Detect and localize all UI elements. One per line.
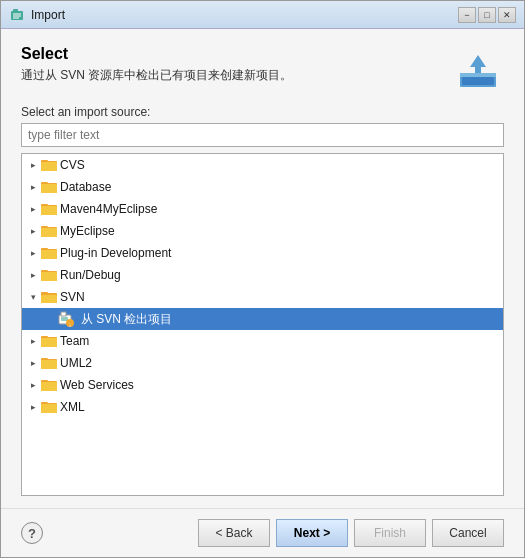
folder-icon	[41, 268, 57, 282]
folder-icon	[41, 400, 57, 414]
dialog-footer: ? < Back Next > Finish Cancel	[1, 508, 524, 557]
svg-rect-8	[460, 73, 496, 77]
item-label-svn: SVN	[60, 290, 85, 304]
footer-buttons: < Back Next > Finish Cancel	[198, 519, 504, 547]
filter-input[interactable]	[21, 123, 504, 147]
svn-checkout-icon: ↓	[58, 311, 74, 327]
title-bar-left: Import	[9, 7, 65, 23]
svg-rect-26	[41, 272, 57, 281]
maximize-button[interactable]: □	[478, 7, 496, 23]
svg-rect-31	[61, 312, 66, 316]
tree-item-cvs[interactable]: CVS	[22, 154, 503, 176]
svg-rect-1	[13, 9, 18, 12]
svg-rect-38	[41, 338, 57, 347]
tree-item-database[interactable]: Database	[22, 176, 503, 198]
item-label-plugin: Plug-in Development	[60, 246, 171, 260]
triangle-icon	[28, 182, 38, 192]
item-label-myeclipse: MyEclipse	[60, 224, 115, 238]
triangle-icon	[28, 336, 38, 346]
folder-icon	[41, 246, 57, 260]
tree-item-myeclipse[interactable]: MyEclipse	[22, 220, 503, 242]
item-label-team: Team	[60, 334, 89, 348]
cancel-button[interactable]: Cancel	[432, 519, 504, 547]
tree-item-plugin[interactable]: Plug-in Development	[22, 242, 503, 264]
finish-button[interactable]: Finish	[354, 519, 426, 547]
svg-marker-7	[470, 55, 486, 75]
triangle-icon	[28, 160, 38, 170]
minimize-button[interactable]: −	[458, 7, 476, 23]
triangle-icon	[28, 358, 38, 368]
close-button[interactable]: ✕	[498, 7, 516, 23]
tree-item-webservices[interactable]: Web Services	[22, 374, 503, 396]
header-section: Select 通过从 SVN 资源库中检出已有项目来创建新项目。	[21, 45, 504, 93]
svg-rect-28	[41, 292, 48, 295]
svg-rect-14	[41, 184, 57, 193]
next-button[interactable]: Next >	[276, 519, 348, 547]
triangle-icon	[28, 270, 38, 280]
tree-item-svn-checkout[interactable]: ↓ 从 SVN 检出项目	[22, 308, 503, 330]
back-button[interactable]: < Back	[198, 519, 270, 547]
folder-icon	[41, 334, 57, 348]
window-title: Import	[31, 8, 65, 22]
folder-icon	[41, 224, 57, 238]
title-buttons: − □ ✕	[458, 7, 516, 23]
dialog-content: Select 通过从 SVN 资源库中检出已有项目来创建新项目。 Select …	[1, 29, 524, 508]
tree-item-uml2[interactable]: UML2	[22, 352, 503, 374]
item-label-uml2: UML2	[60, 356, 92, 370]
svg-rect-23	[41, 250, 57, 259]
folder-icon	[41, 158, 57, 172]
svg-rect-44	[41, 382, 57, 391]
item-label-cvs: CVS	[60, 158, 85, 172]
item-label-xml: XML	[60, 400, 85, 414]
item-label-webservices: Web Services	[60, 378, 134, 392]
svg-rect-47	[41, 404, 57, 413]
title-bar: Import − □ ✕	[1, 1, 524, 29]
item-label-database: Database	[60, 180, 111, 194]
filter-label: Select an import source:	[21, 105, 504, 119]
header-left: Select 通过从 SVN 资源库中检出已有项目来创建新项目。	[21, 45, 452, 84]
folder-icon	[41, 202, 57, 216]
triangle-icon	[28, 402, 38, 412]
tree-container[interactable]: CVS Database Maven4MyE	[21, 153, 504, 496]
item-label-maven: Maven4MyEclipse	[60, 202, 157, 216]
section-subtitle: 通过从 SVN 资源库中检出已有项目来创建新项目。	[21, 67, 452, 84]
svg-rect-29	[41, 295, 57, 303]
folder-icon	[41, 180, 57, 194]
import-dialog: Import − □ ✕ Select 通过从 SVN 资源库中检出已有项目来创…	[0, 0, 525, 558]
folder-icon-open	[41, 290, 57, 304]
footer-left: ?	[21, 522, 43, 544]
section-title: Select	[21, 45, 452, 63]
folder-icon	[41, 378, 57, 392]
item-label-rundebug: Run/Debug	[60, 268, 121, 282]
triangle-icon	[28, 248, 38, 258]
triangle-icon	[28, 226, 38, 236]
tree-item-team[interactable]: Team	[22, 330, 503, 352]
tree-item-svn[interactable]: SVN	[22, 286, 503, 308]
svg-rect-11	[41, 162, 57, 171]
folder-icon	[41, 356, 57, 370]
tree-item-maven[interactable]: Maven4MyEclipse	[22, 198, 503, 220]
svg-rect-17	[41, 206, 57, 215]
window-icon	[9, 7, 25, 23]
import-icon	[452, 45, 504, 93]
svg-rect-6	[462, 77, 494, 85]
tree-item-rundebug[interactable]: Run/Debug	[22, 264, 503, 286]
triangle-icon	[28, 204, 38, 214]
triangle-icon	[28, 380, 38, 390]
help-button[interactable]: ?	[21, 522, 43, 544]
triangle-icon	[28, 292, 38, 302]
item-label-svn-checkout: 从 SVN 检出项目	[81, 311, 172, 328]
svg-rect-41	[41, 360, 57, 369]
svg-text:↓: ↓	[68, 321, 72, 328]
svg-rect-20	[41, 228, 57, 237]
tree-item-xml[interactable]: XML	[22, 396, 503, 418]
